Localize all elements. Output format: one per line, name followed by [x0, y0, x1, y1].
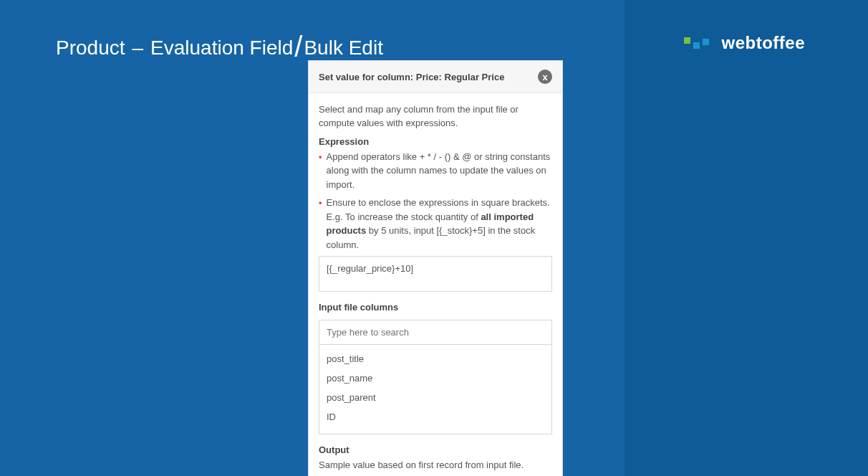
brand-logo-icon — [684, 36, 714, 50]
breadcrumb-dash: – — [132, 37, 144, 60]
output-label: Output — [319, 444, 552, 455]
expression-input[interactable]: [{_regular_price}+10] — [319, 256, 552, 292]
modal-body: Select and map any column from the input… — [309, 93, 562, 476]
input-column-item[interactable]: post_parent — [327, 388, 544, 407]
expression-bullet-2: • Ensure to enclose the expressions in s… — [319, 196, 552, 252]
brand-logo: webtoffee — [684, 33, 805, 53]
modal-header: Set value for column: Price: Regular Pri… — [309, 61, 562, 93]
expression-bullet-1: • Append operators like + * / - () & @ o… — [319, 150, 552, 192]
bullet-dot-icon: • — [319, 150, 322, 192]
modal-intro-text: Select and map any column from the input… — [319, 103, 552, 130]
output-help-text: Sample value based on first record from … — [319, 458, 552, 476]
svg-rect-1 — [693, 42, 700, 49]
expression-label: Expression — [319, 136, 552, 147]
column-search-input[interactable] — [319, 320, 552, 345]
expression-bullet-1-text: Append operators like + * / - () & @ or … — [327, 150, 552, 192]
modal-title: Set value for column: Price: Regular Pri… — [319, 72, 504, 82]
set-value-modal: Set value for column: Price: Regular Pri… — [308, 60, 563, 476]
breadcrumb-slash: / — [294, 31, 302, 63]
svg-rect-2 — [703, 39, 709, 45]
input-columns-list: post_title post_name post_parent ID — [319, 345, 552, 434]
brand-logo-text: webtoffee — [721, 33, 805, 53]
input-column-item[interactable]: post_title — [327, 349, 544, 368]
expression-bullet-2-text: Ensure to enclose the expressions in squ… — [327, 196, 552, 252]
breadcrumb-part-3: Bulk Edit — [304, 37, 383, 60]
breadcrumb-part-2: Evaluation Field — [150, 37, 293, 60]
close-icon[interactable]: x — [538, 70, 552, 84]
breadcrumb-part-1: Product — [56, 37, 125, 60]
bullet-dot-icon: • — [319, 196, 322, 252]
breadcrumb: Product – Evaluation Field / Bulk Edit — [56, 29, 383, 61]
input-columns-label: Input file columns — [319, 302, 552, 313]
input-column-item[interactable]: ID — [327, 407, 544, 427]
right-accent-band — [625, 0, 868, 476]
input-column-item[interactable]: post_name — [327, 368, 544, 388]
svg-rect-0 — [684, 37, 690, 44]
